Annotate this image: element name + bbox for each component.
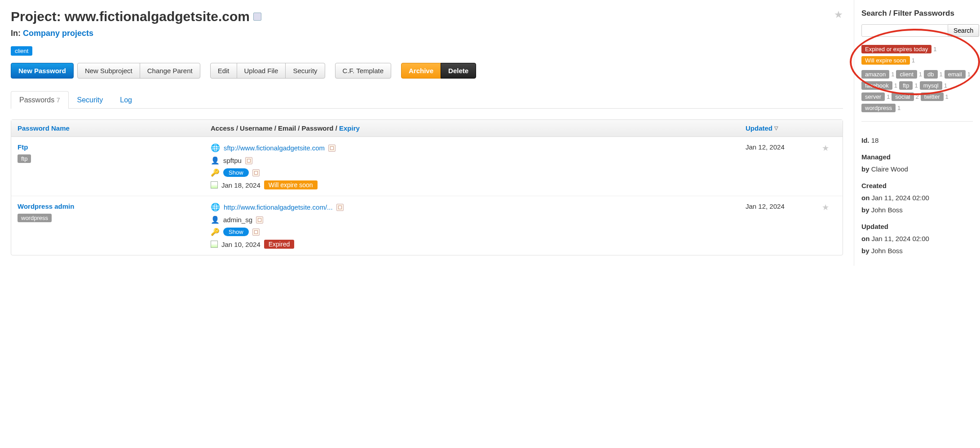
user-icon: 👤	[211, 215, 220, 224]
tab-passwords[interactable]: Passwords 7	[11, 91, 69, 109]
expiry-badge: Expired	[264, 240, 294, 249]
meta-created-by: John Boss	[871, 206, 903, 214]
expiry-badge: Will expire soon	[264, 180, 318, 189]
copy-icon[interactable]	[328, 145, 335, 152]
page-title: Project: www.fictionalgadgetsite.com	[11, 9, 834, 24]
password-url[interactable]: sftp://www.fictionalgadgetsite.com	[224, 144, 325, 152]
meta-updated-label: Updated	[861, 223, 888, 230]
meta-id-label: Id.	[861, 136, 870, 144]
filter-count: 1	[967, 71, 971, 78]
password-name-link[interactable]: Ftp	[18, 143, 28, 151]
cf-template-button[interactable]: C.F. Template	[335, 63, 391, 79]
filter-count: 1	[944, 82, 947, 89]
col-header-expiry[interactable]: Expiry	[339, 124, 360, 132]
expiry-date: Jan 18, 2024	[221, 181, 260, 189]
filter-tag[interactable]: Will expire soon	[861, 56, 910, 65]
meta-created-on: Jan 11, 2024 02:00	[872, 194, 929, 202]
filter-tag[interactable]: server	[861, 92, 885, 101]
archive-button[interactable]: Archive	[401, 63, 441, 79]
filter-list: Expired or expires today1Will expire soo…	[861, 45, 973, 112]
filter-tag[interactable]: client	[896, 70, 917, 79]
tab-log[interactable]: Log	[111, 91, 141, 109]
filter-tag[interactable]: facebook	[861, 81, 892, 90]
filter-count: 1	[897, 105, 901, 111]
user-icon: 👤	[211, 156, 220, 165]
password-username: admin_sg	[223, 216, 252, 224]
filter-tag[interactable]: mysql	[920, 81, 942, 90]
col-header-access: Access / Username / Email / Password / E…	[211, 124, 746, 132]
filter-heading: Search / Filter Passwords	[861, 9, 973, 18]
filter-count: 1	[887, 93, 890, 100]
search-input[interactable]	[861, 24, 948, 37]
breadcrumb-in: In:	[11, 29, 21, 38]
filter-tag[interactable]: twitter	[921, 92, 944, 101]
filter-count: 1	[945, 93, 949, 100]
filter-tag[interactable]: ftp	[899, 81, 913, 90]
calendar-icon	[211, 241, 218, 248]
details-icon[interactable]	[253, 13, 261, 21]
show-password-button[interactable]: Show	[223, 228, 249, 236]
edit-button[interactable]: Edit	[210, 63, 237, 79]
title-prefix: Project:	[11, 9, 61, 24]
filter-count: 1	[940, 71, 943, 78]
new-subproject-button[interactable]: New Subproject	[77, 63, 140, 79]
copy-icon[interactable]	[252, 228, 260, 236]
filter-count: 1	[891, 71, 894, 78]
password-url[interactable]: http://www.fictionalgadgetsite.com/...	[224, 203, 333, 211]
password-name-link[interactable]: Wordpress admin	[18, 202, 74, 210]
filter-tag[interactable]: amazon	[861, 70, 889, 79]
filter-count: 2	[916, 93, 919, 100]
filter-tag[interactable]: social	[892, 92, 914, 101]
sort-desc-icon: ▽	[774, 125, 778, 131]
key-icon: 🔑	[211, 168, 220, 177]
breadcrumb: In: Company projects	[11, 29, 843, 38]
upload-file-button[interactable]: Upload File	[237, 63, 286, 79]
key-icon: 🔑	[211, 228, 220, 236]
filter-tag[interactable]: email	[945, 70, 966, 79]
meta-managed-by: Claire Wood	[871, 165, 908, 173]
calendar-icon	[211, 181, 218, 189]
table-row: Wordpress admin wordpress 🌐 http://www.f…	[11, 196, 843, 255]
meta-created-label: Created	[861, 182, 887, 189]
filter-tag[interactable]: wordpress	[861, 104, 896, 112]
tab-passwords-count: 7	[57, 97, 60, 104]
col-header-updated[interactable]: Updated ▽	[746, 124, 822, 132]
security-button[interactable]: Security	[285, 63, 325, 79]
globe-icon: 🌐	[211, 202, 220, 212]
filter-tag[interactable]: db	[924, 70, 937, 79]
copy-icon[interactable]	[245, 157, 252, 164]
tab-security[interactable]: Security	[69, 91, 112, 109]
client-tag[interactable]: client	[11, 46, 32, 56]
meta-updated-by: John Boss	[871, 247, 903, 255]
favorite-star-icon[interactable]: ★	[834, 9, 843, 21]
new-password-button[interactable]: New Password	[11, 63, 74, 79]
meta-updated-on: Jan 11, 2024 02:00	[872, 235, 929, 242]
title-name: www.fictionalgadgetsite.com	[65, 9, 250, 24]
change-parent-button[interactable]: Change Parent	[140, 63, 200, 79]
copy-icon[interactable]	[336, 204, 344, 211]
tab-passwords-label: Passwords	[19, 96, 54, 104]
globe-icon: 🌐	[211, 143, 220, 153]
expiry-date: Jan 10, 2024	[221, 241, 260, 248]
filter-tag[interactable]: Expired or expires today	[861, 45, 931, 53]
delete-button[interactable]: Delete	[441, 63, 476, 79]
copy-icon[interactable]	[256, 216, 263, 224]
favorite-star-icon[interactable]: ★	[822, 143, 836, 153]
password-tag[interactable]: ftp	[18, 154, 31, 163]
meta-managed-label: Managed	[861, 153, 891, 161]
filter-count: 1	[914, 82, 918, 89]
password-username: spftpu	[223, 157, 242, 164]
favorite-star-icon[interactable]: ★	[822, 202, 836, 212]
filter-count: 1	[894, 82, 897, 89]
search-button[interactable]: Search	[948, 24, 979, 37]
breadcrumb-link[interactable]: Company projects	[23, 29, 93, 38]
updated-date: Jan 12, 2024	[746, 202, 822, 210]
password-tag[interactable]: wordpress	[18, 214, 52, 222]
copy-icon[interactable]	[252, 169, 260, 176]
table-row: Ftp ftp 🌐 sftp://www.fictionalgadgetsite…	[11, 137, 843, 196]
col-header-name[interactable]: Password Name	[18, 124, 211, 132]
filter-count: 1	[912, 57, 915, 64]
show-password-button[interactable]: Show	[223, 168, 249, 177]
filter-count: 1	[919, 71, 922, 78]
updated-date: Jan 12, 2024	[746, 143, 822, 151]
